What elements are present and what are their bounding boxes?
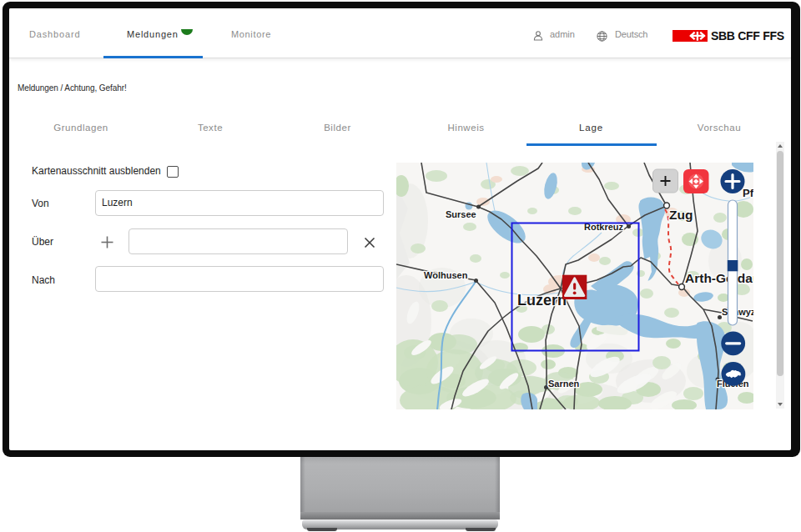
svg-text:Zug: Zug: [669, 208, 693, 222]
svg-text:Pfä: Pfä: [743, 187, 753, 199]
svg-text:Wolhusen: Wolhusen: [424, 270, 468, 280]
svg-text:Sursee: Sursee: [446, 209, 476, 219]
svg-text:Arth-Goldau: Arth-Goldau: [685, 271, 753, 285]
svg-text:Sarnen: Sarnen: [548, 379, 580, 389]
svg-text:Luzern: Luzern: [517, 292, 567, 309]
